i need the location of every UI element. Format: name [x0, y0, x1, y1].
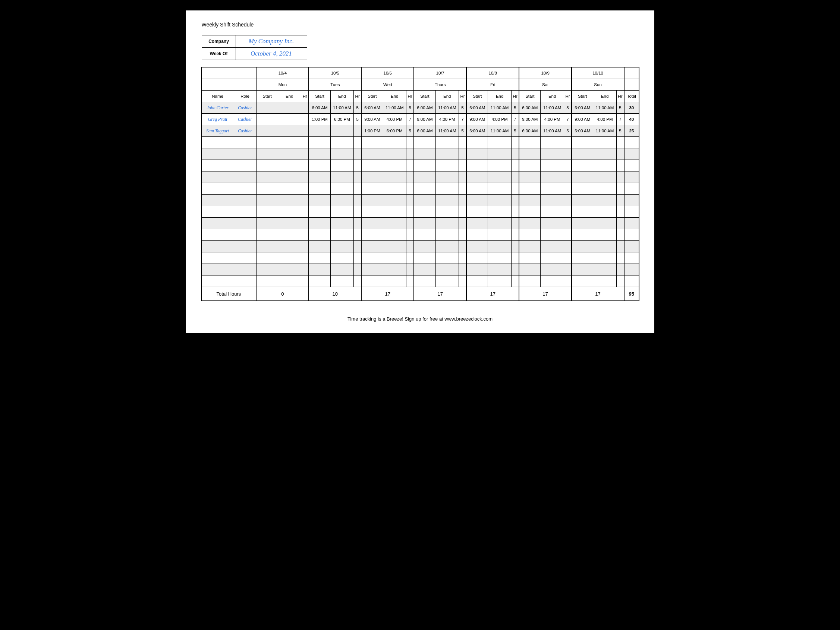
shift-start — [256, 114, 278, 125]
company-label: Company — [202, 35, 235, 48]
shift-hours: 5 — [354, 102, 362, 114]
col-end: End — [330, 91, 354, 102]
shift-start — [309, 125, 330, 137]
schedule-table: 10/410/510/610/710/810/910/10MonTuesWedT… — [201, 67, 639, 301]
meta-table: Company My Company Inc. Week Of October … — [202, 35, 307, 60]
day-header: Sat — [519, 79, 572, 91]
shift-end: 11:00 AM — [436, 125, 459, 137]
shift-hours: 5 — [406, 125, 414, 137]
shift-start: 6:00 AM — [466, 102, 488, 114]
shift-start: 9:00 AM — [361, 114, 383, 125]
shift-end — [330, 125, 354, 137]
grand-total: 95 — [624, 287, 639, 301]
shift-end: 11:00 AM — [541, 102, 564, 114]
shift-end: 11:00 AM — [488, 125, 511, 137]
shift-hours: 5 — [459, 125, 466, 137]
shift-end: 11:00 AM — [383, 102, 406, 114]
shift-end: 11:00 AM — [593, 125, 616, 137]
table-row — [201, 264, 639, 275]
col-hr: Hr — [406, 91, 414, 102]
col-hr: Hr — [354, 91, 362, 102]
day-total: 17 — [414, 287, 466, 301]
col-start: Start — [256, 91, 278, 102]
day-total: 10 — [309, 287, 361, 301]
shift-start: 6:00 AM — [414, 102, 436, 114]
day-header: Thurs — [414, 79, 466, 91]
table-row: Greg PrattCashier1:00 PM6:00 PM59:00 AM4… — [201, 114, 639, 125]
week-of-value: October 4, 2021 — [235, 48, 307, 60]
shift-start: 9:00 AM — [414, 114, 436, 125]
shift-end: 4:00 PM — [593, 114, 616, 125]
shift-hours — [301, 125, 309, 137]
shift-end: 11:00 AM — [541, 125, 564, 137]
col-start: Start — [309, 91, 330, 102]
shift-hours: 7 — [459, 114, 466, 125]
shift-start: 6:00 AM — [519, 102, 541, 114]
shift-hours: 5 — [511, 102, 519, 114]
employee-name: John Carter — [201, 102, 234, 114]
employee-name: Sam Taggart — [201, 125, 234, 137]
shift-end: 6:00 PM — [383, 125, 406, 137]
shift-hours: 5 — [459, 102, 466, 114]
shift-hours: 5 — [616, 102, 624, 114]
shift-end: 4:00 PM — [488, 114, 511, 125]
employee-role: Cashier — [234, 125, 256, 137]
shift-hours: 5 — [354, 114, 362, 125]
table-row — [201, 206, 639, 218]
shift-start: 9:00 AM — [572, 114, 593, 125]
shift-start: 6:00 AM — [572, 102, 593, 114]
table-row — [201, 194, 639, 206]
shift-end: 4:00 PM — [383, 114, 406, 125]
page-title: Weekly Shift Schedule — [202, 22, 639, 28]
col-end: End — [488, 91, 511, 102]
table-row — [201, 137, 639, 148]
shift-hours: 5 — [564, 125, 572, 137]
shift-start — [256, 125, 278, 137]
footer-note: Time tracking is a Breeze! Sign up for f… — [201, 316, 639, 322]
day-total: 17 — [519, 287, 572, 301]
shift-hours: 5 — [616, 125, 624, 137]
date-header: 10/10 — [572, 67, 624, 79]
day-total: 17 — [361, 287, 414, 301]
day-header: Mon — [256, 79, 309, 91]
day-total: 17 — [572, 287, 624, 301]
shift-end: 11:00 AM — [436, 102, 459, 114]
shift-start: 6:00 AM — [361, 102, 383, 114]
shift-start: 6:00 AM — [519, 125, 541, 137]
shift-hours: 7 — [511, 114, 519, 125]
table-row — [201, 172, 639, 183]
col-start: Start — [414, 91, 436, 102]
shift-hours — [354, 125, 362, 137]
row-total: 25 — [624, 125, 639, 137]
shift-end — [278, 114, 301, 125]
shift-end — [278, 125, 301, 137]
company-value: My Company Inc. — [235, 35, 307, 48]
total-hours-label: Total Hours — [201, 287, 256, 301]
table-row — [201, 160, 639, 172]
shift-start: 9:00 AM — [519, 114, 541, 125]
shift-hours: 5 — [511, 125, 519, 137]
employee-role: Cashier — [234, 102, 256, 114]
shift-hours — [301, 102, 309, 114]
day-header: Wed — [361, 79, 414, 91]
day-total: 0 — [256, 287, 309, 301]
shift-start: 1:00 PM — [309, 114, 330, 125]
shift-hours: 5 — [406, 102, 414, 114]
week-of-label: Week Of — [202, 48, 235, 60]
shift-hours — [301, 114, 309, 125]
table-row: John CarterCashier6:00 AM11:00 AM56:00 A… — [201, 102, 639, 114]
shift-start: 6:00 AM — [466, 125, 488, 137]
shift-start — [256, 102, 278, 114]
day-header: Fri — [466, 79, 519, 91]
shift-end: 11:00 AM — [330, 102, 354, 114]
col-start: Start — [572, 91, 593, 102]
table-row — [201, 275, 639, 287]
col-hr: Hr — [301, 91, 309, 102]
date-header: 10/7 — [414, 67, 466, 79]
col-end: End — [436, 91, 459, 102]
shift-start: 6:00 AM — [414, 125, 436, 137]
row-total: 30 — [624, 102, 639, 114]
shift-start: 6:00 AM — [572, 125, 593, 137]
table-row — [201, 229, 639, 241]
col-start: Start — [361, 91, 383, 102]
